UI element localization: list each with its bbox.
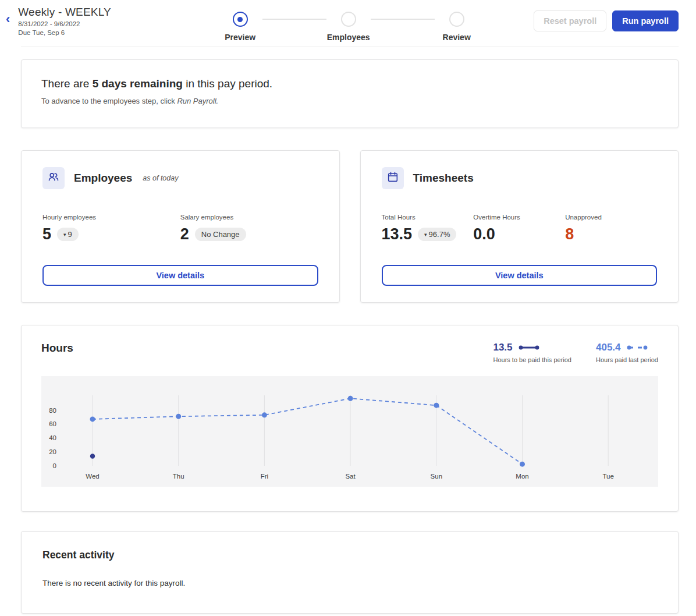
step-preview[interactable]: Preview [218, 12, 262, 42]
triangle-down-icon: ▾ [424, 232, 427, 238]
step-connector [371, 19, 435, 20]
header-divider [21, 47, 679, 47]
svg-text:80: 80 [49, 407, 56, 414]
recent-activity-title: Recent activity [42, 549, 657, 561]
legend-last-period: 405.4 Hours paid last period [596, 342, 658, 363]
svg-text:20: 20 [49, 448, 56, 455]
payroll-title-block: Weekly - WEEKLY 8/31/2022 - 9/6/2022 Due… [18, 6, 175, 36]
page-title: Weekly - WEEKLY [18, 6, 175, 19]
employees-card: Employees as of today Hourly employees 5… [21, 150, 340, 303]
hours-card-title: Hours [41, 342, 73, 355]
step-label-review: Review [443, 33, 471, 42]
salary-employees-change-badge: No Change [195, 228, 246, 241]
svg-text:Sat: Sat [345, 473, 356, 480]
step-label-preview: Preview [225, 33, 255, 42]
salary-employees-stat: Salary employees 2 No Change [180, 214, 318, 243]
svg-text:Thu: Thu [173, 473, 184, 480]
svg-text:Sun: Sun [431, 473, 442, 480]
hours-chart: WedThuFriSatSunMonTue020406080 [41, 376, 658, 487]
employees-card-subtitle: as of today [143, 174, 178, 182]
svg-text:Wed: Wed [86, 473, 99, 480]
salary-employees-value: 2 [180, 225, 189, 243]
unapproved-stat: Unapproved 8 [565, 214, 657, 243]
reset-payroll-button[interactable]: Reset payroll [534, 10, 606, 31]
employees-card-title: Employees [74, 172, 132, 185]
hours-card: Hours 13.5 Hours to be paid this period [21, 325, 679, 512]
svg-text:60: 60 [49, 420, 56, 427]
run-payroll-button[interactable]: Run payroll [612, 10, 679, 31]
pay-period-notice-card: There are 5 days remaining in this pay p… [21, 59, 679, 128]
legend-this-period: 13.5 Hours to be paid this period [493, 342, 571, 363]
hours-legend: 13.5 Hours to be paid this period 405.4 [493, 342, 658, 363]
payroll-page: ‹ Weekly - WEEKLY 8/31/2022 - 9/6/2022 D… [0, 0, 696, 614]
header-actions: Reset payroll Run payroll [521, 6, 679, 31]
step-label-employees: Employees [327, 33, 370, 42]
step-circle-review [449, 12, 464, 27]
svg-text:Mon: Mon [516, 473, 528, 480]
unapproved-value: 8 [565, 225, 574, 243]
hourly-employees-value: 5 [42, 225, 51, 243]
recent-activity-card: Recent activity There is no recent activ… [21, 531, 679, 614]
recent-activity-empty-text: There is no recent activity for this pay… [42, 579, 657, 587]
svg-text:Tue: Tue [603, 473, 614, 480]
employees-view-details-button[interactable]: View details [42, 265, 318, 286]
svg-text:40: 40 [49, 434, 56, 441]
timesheets-card-title: Timesheets [413, 172, 474, 185]
overtime-hours-value: 0.0 [473, 225, 495, 243]
pay-period-dates: 8/31/2022 - 9/6/2022 [18, 20, 175, 27]
svg-text:0: 0 [53, 462, 56, 469]
due-date: Due Tue, Sep 6 [18, 29, 175, 36]
summary-cards-row: Employees as of today Hourly employees 5… [21, 150, 679, 303]
advance-instruction-text: To advance to the employees step, click … [41, 97, 658, 105]
step-review[interactable]: Review [435, 12, 479, 42]
payroll-stepper: Preview Employees Review [175, 6, 521, 42]
total-hours-value: 13.5 [382, 225, 413, 243]
timesheets-view-details-button[interactable]: View details [382, 265, 658, 286]
hours-chart-area: WedThuFriSatSunMonTue020406080 [41, 376, 658, 487]
overtime-hours-stat: Overtime Hours 0.0 [473, 214, 565, 243]
calendar-icon [386, 171, 399, 186]
back-chevron-icon[interactable]: ‹ [6, 13, 10, 26]
days-remaining-text: There are 5 days remaining in this pay p… [41, 77, 658, 90]
hourly-employees-change-badge: ▾9 [57, 228, 79, 241]
step-connector [262, 19, 326, 20]
total-hours-change-badge: ▾96.7% [418, 228, 456, 241]
hourly-employees-stat: Hourly employees 5 ▾9 [42, 214, 180, 243]
svg-text:Fri: Fri [261, 473, 268, 480]
page-header: ‹ Weekly - WEEKLY 8/31/2022 - 9/6/2022 D… [21, 0, 679, 47]
total-hours-stat: Total Hours 13.5 ▾96.7% [382, 214, 474, 243]
step-circle-employees [341, 12, 356, 27]
triangle-down-icon: ▾ [63, 232, 66, 238]
employees-icon-tile [42, 167, 65, 189]
timesheets-card: Timesheets Total Hours 13.5 ▾96.7% Overt… [360, 150, 679, 303]
timesheets-icon-tile [382, 167, 404, 189]
solid-line-legend-icon [517, 345, 541, 351]
dashed-line-legend-icon [626, 345, 649, 351]
step-employees[interactable]: Employees [326, 12, 371, 42]
step-circle-preview [233, 12, 248, 27]
employees-icon [47, 171, 60, 186]
